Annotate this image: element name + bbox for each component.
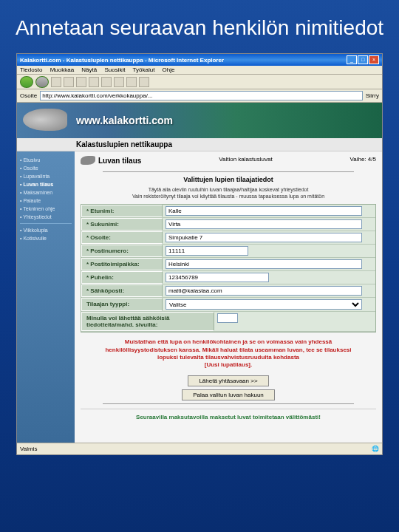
input-etunimi[interactable] [166,206,362,216]
sidebar-item-etusivu[interactable]: Etusivu [20,156,72,164]
menu-help[interactable]: Ohje [163,66,175,73]
checkbox-tiedotteet[interactable] [217,313,238,323]
label-etunimi: * Etunimi: [81,205,163,217]
mail-icon[interactable] [126,77,137,87]
input-sahkoposti[interactable] [166,286,362,296]
address-label: Osoite [20,92,37,99]
site-banner: www.kalakortti.com [17,103,382,138]
menubar: Tiedosto Muokkaa Näytä Suosikit Työkalut… [17,66,382,75]
menu-file[interactable]: Tiedosto [20,66,42,73]
label-sahkoposti: * Sähköposti: [81,284,163,297]
history-icon[interactable] [114,77,124,87]
window-title: Kalakortti.com - Kalastuslupien nettikau… [20,57,224,64]
site-subtitle: Kalastuslupien nettikauppa [17,138,382,151]
maximize-button[interactable]: □ [358,55,368,64]
go-button[interactable]: Siirry [366,92,379,99]
site-url: www.kalakortti.com [76,115,173,126]
titlebar: Kalakortti.com - Kalastuslupien nettikau… [17,54,382,66]
page-title: Luvan tilaus [98,157,141,165]
address-input[interactable] [40,91,363,100]
sidebar-item-palaute[interactable]: Palaute [20,197,72,205]
submit-button[interactable]: Lähetä yhtäsavaan >> [188,375,268,386]
status-text: Valmis [20,446,37,452]
minimize-button[interactable]: _ [347,55,357,64]
sidebar-item-yhteystiedot[interactable]: Yhteystiedot [20,213,72,221]
address-bar: Osoite Siirry [17,89,382,103]
footer-note: Seuraavilla maksutavoilla maksetut luvat… [81,409,376,425]
menu-edit[interactable]: Muokkaa [50,66,74,73]
input-puhelin[interactable] [166,273,269,282]
zone-icon: 🌐 [372,446,379,452]
input-osoite[interactable] [166,233,362,242]
sidebar-item-lupavalinta[interactable]: Lupavalinta [20,172,72,180]
fish-icon [81,156,95,165]
crumb-step: Vaihe: 4/5 [350,156,376,165]
slide-title: Annetaan seuraavan henkilön nimitiedot [0,0,399,53]
label-tiedotteet: Minulla voi lähettää sähköisiä tiedottei… [81,312,214,331]
label-tilaajan-tyyppi: Tilaajan tyyppi: [81,298,163,311]
menu-fav[interactable]: Suosikit [104,66,125,73]
browser-window: Kalakortti.com - Kalastuslupien nettikau… [16,53,383,455]
notice-link[interactable]: [Uusi lupatilaus]. [205,361,252,368]
stop-icon[interactable] [51,77,61,87]
breadcrumb: Luvan tilaus Valtion kalastusluvat Vaihe… [81,154,376,169]
sidebar-item-maksaminen[interactable]: Maksaminen [20,188,72,197]
order-form: * Etunimi: * Sukunimi: * Osoite: * Posti… [81,204,376,332]
forward-button[interactable] [35,76,49,88]
print-icon[interactable] [139,77,149,87]
label-postitoimipaikka: * Postitoimipaikka: [81,258,163,270]
statusbar: Valmis 🌐 [17,443,382,454]
home-icon[interactable] [76,77,86,87]
sidebar-item-ohje[interactable]: Tekninen ohje [20,205,72,213]
back-button[interactable] [20,76,33,88]
sidebar-item-viikkolupia[interactable]: Viikkolupia [20,226,72,234]
sidebar-item-osoite[interactable]: Osoite [20,164,72,172]
section-title: Valittujen lupien tilaajatiedot [81,174,376,185]
page-content: www.kalakortti.com Kalastuslupien nettik… [17,103,382,443]
back-button-form[interactable]: Palaa valitun luvan hakuun [182,389,275,400]
input-postinumero[interactable] [166,246,248,256]
close-button[interactable]: × [369,55,379,64]
toolbar [17,75,382,89]
favorites-icon[interactable] [101,77,112,87]
label-puhelin: * Puhelin: [81,271,163,284]
search-icon[interactable] [89,77,99,87]
input-postitoimipaikka[interactable] [166,259,362,269]
menu-tools[interactable]: Työkalut [133,66,155,73]
label-postinumero: * Postinumero: [81,245,163,257]
notice-text: Muistathan että lupa on henkilökohtainen… [81,332,376,372]
sidebar: Etusivu Osoite Lupavalinta Luvan tilaus … [17,151,75,443]
fish-logo-icon [23,109,67,131]
label-sukunimi: * Sukunimi: [81,218,163,231]
sidebar-item-kotisivulle[interactable]: Kotisivulle [20,234,72,242]
select-tilaajan-tyyppi[interactable]: Valitse [166,299,362,310]
input-sukunimi[interactable] [166,219,362,229]
crumb-category: Valtion kalastusluvat [219,156,272,165]
label-osoite: * Osoite: [81,231,163,244]
sidebar-item-luvan-tilaus[interactable]: Luvan tilaus [20,180,72,188]
page-body: Luvan tilaus Valtion kalastusluvat Vaihe… [75,151,382,443]
refresh-icon[interactable] [64,77,74,87]
hint-text: Täytä alla oleviin ruutuihin luvan tilaa… [81,185,376,204]
menu-view[interactable]: Näytä [81,66,97,73]
